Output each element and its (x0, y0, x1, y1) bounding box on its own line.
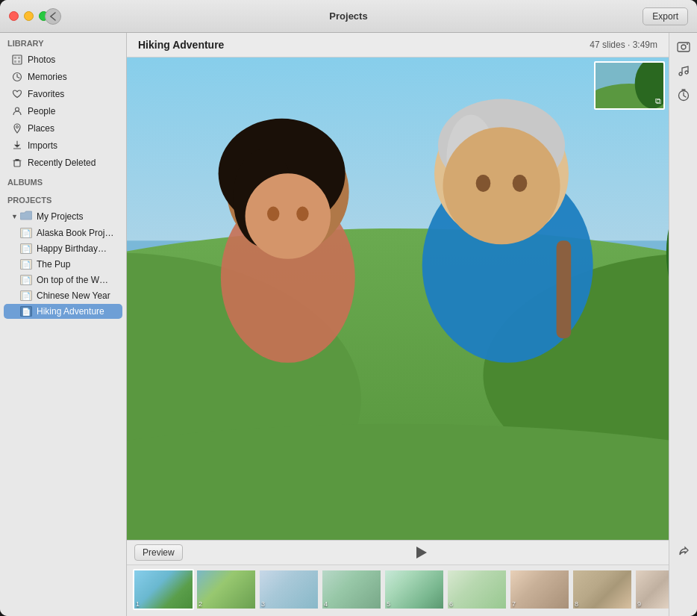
recently-deleted-icon (11, 157, 23, 169)
thumb-num-4: 4 (324, 600, 328, 608)
preview-thumbnail[interactable]: ⧉ (594, 61, 665, 110)
thumb-num-7: 7 (512, 600, 516, 608)
thumbnail-6[interactable]: 6 (446, 569, 507, 610)
photo-tool-button[interactable] (673, 37, 694, 57)
thumbnail-2[interactable]: 2 (196, 569, 257, 610)
thumb-num-2: 2 (199, 600, 202, 608)
titlebar: Projects Export (0, 0, 697, 33)
project-item-pup[interactable]: 📄 The Pup (4, 257, 122, 272)
thumb-num-3: 3 (261, 600, 265, 608)
slideshow-header: Hiking Adventure 47 slides · 3:49m (127, 33, 669, 57)
thumbnail-7[interactable]: 7 (509, 569, 570, 610)
svg-rect-3 (14, 60, 16, 63)
sidebar-item-favorites-label: Favorites (28, 89, 64, 99)
thumbnail-1[interactable]: 1 (133, 569, 194, 610)
sidebar-item-photos[interactable]: Photos (4, 52, 122, 68)
right-panel: Hiking Adventure 47 slides · 3:49m (127, 33, 697, 616)
svg-rect-30 (557, 240, 572, 338)
close-button[interactable] (9, 11, 19, 21)
traffic-lights (9, 11, 49, 21)
preview-button[interactable]: Preview (134, 544, 183, 561)
minimize-button[interactable] (24, 11, 34, 21)
project-item-alaska[interactable]: 📄 Alaska Book Proj… (4, 225, 122, 240)
project-item-cny[interactable]: 📄 Chinese New Year (4, 288, 122, 303)
svg-rect-1 (14, 57, 16, 59)
thumbnail-5[interactable]: 5 (384, 569, 445, 610)
projects-section-label: Projects (0, 190, 126, 208)
places-icon (11, 122, 23, 134)
project-pup-icon: 📄 (20, 259, 32, 270)
photo-area: ⧉ (127, 57, 669, 540)
thumb-num-1: 1 (136, 600, 140, 608)
window-title: Projects (329, 10, 367, 22)
project-birthday-label: Happy Birthday… (37, 243, 107, 254)
thumbnail-8[interactable]: 8 (572, 569, 633, 610)
sidebar-item-favorites[interactable]: Favorites (4, 86, 122, 102)
project-birthday-icon: 📄 (20, 243, 32, 254)
export-button[interactable]: Export (643, 7, 688, 25)
svg-point-38 (679, 72, 682, 75)
project-ontop-icon: 📄 (20, 275, 32, 285)
imports-icon (11, 140, 23, 152)
svg-point-20 (246, 173, 331, 258)
photos-icon (11, 54, 23, 66)
back-button[interactable] (45, 8, 61, 25)
project-pup-label: The Pup (37, 259, 70, 270)
sidebar-item-people-label: People (28, 106, 55, 116)
preview-expand-icon: ⧉ (655, 96, 661, 106)
sidebar-item-places-label: Places (28, 123, 54, 134)
sidebar: Library Photos Memories Favorites (0, 33, 127, 616)
timer-tool-button[interactable] (673, 84, 694, 105)
svg-point-22 (296, 207, 308, 222)
music-tool-button[interactable] (673, 60, 694, 81)
svg-point-27 (443, 127, 560, 244)
project-item-birthday[interactable]: 📄 Happy Birthday… (4, 241, 122, 256)
project-item-ontop[interactable]: 📄 On top of the W… (4, 273, 122, 287)
slideshow-panel: Hiking Adventure 47 slides · 3:49m (127, 33, 669, 616)
favorites-icon (11, 88, 23, 100)
svg-point-31 (127, 424, 669, 540)
thumb-num-5: 5 (387, 600, 390, 608)
tools-panel (669, 33, 697, 616)
project-cny-label: Chinese New Year (37, 290, 110, 301)
svg-point-6 (16, 108, 19, 111)
project-ontop-label: On top of the W… (37, 275, 108, 285)
sidebar-item-imports[interactable]: Imports (4, 137, 122, 154)
chevron-down-icon: ▼ (11, 213, 18, 220)
thumbnail-4[interactable]: 4 (321, 569, 382, 610)
thumbnail-9[interactable]: 9 (634, 569, 669, 610)
thumb-num-6: 6 (449, 600, 453, 608)
sidebar-item-memories[interactable]: Memories (4, 69, 122, 85)
svg-rect-0 (13, 55, 22, 64)
thumb-num-9: 9 (637, 600, 641, 608)
thumb-num-8: 8 (575, 600, 578, 608)
play-button[interactable] (416, 547, 427, 559)
svg-rect-10 (127, 57, 669, 240)
thumbnail-3[interactable]: 3 (258, 569, 319, 610)
my-projects-folder[interactable]: ▼ My Projects (4, 208, 122, 225)
main-photo (127, 57, 669, 540)
folder-icon (20, 211, 32, 223)
svg-point-21 (267, 207, 279, 222)
slideshow-main: ⧉ (127, 57, 669, 540)
sidebar-item-recently-deleted[interactable]: Recently Deleted (4, 155, 122, 171)
project-cny-icon: 📄 (20, 290, 32, 301)
my-projects-label: My Projects (37, 211, 84, 222)
sidebar-item-people[interactable]: People (4, 103, 122, 119)
thumbnails-container: 1 2 3 4 (127, 565, 669, 616)
svg-rect-4 (18, 60, 20, 63)
project-alaska-label: Alaska Book Proj… (37, 228, 113, 238)
project-hiking-label: Hiking Adventure (37, 306, 104, 317)
app-window: Projects Export Library Photos Memories (0, 0, 697, 616)
svg-rect-8 (14, 161, 20, 167)
thumbnail-strip-container: Preview 1 (127, 540, 669, 616)
main-content: Library Photos Memories Favorites (0, 33, 697, 616)
people-icon (11, 105, 23, 117)
svg-point-36 (681, 45, 686, 49)
albums-section-label: Albums (0, 172, 126, 190)
sidebar-item-places[interactable]: Places (4, 120, 122, 137)
svg-point-39 (685, 71, 688, 74)
svg-point-37 (687, 43, 688, 45)
svg-rect-2 (18, 57, 20, 59)
project-item-hiking[interactable]: 📄 Hiking Adventure (4, 304, 122, 319)
